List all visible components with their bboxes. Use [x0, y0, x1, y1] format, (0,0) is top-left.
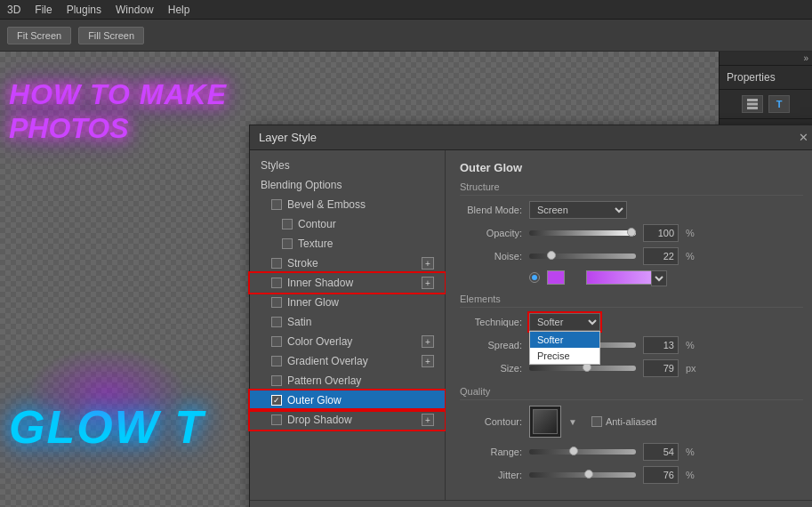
technique-option-softer[interactable]: Softer	[530, 332, 599, 348]
jitter-input[interactable]	[643, 466, 679, 484]
anti-aliased-label: Anti-aliased	[606, 416, 656, 427]
outer-glow-checkbox[interactable]: ✓	[271, 395, 282, 406]
dialog-footer: Make Default Reset to Default	[250, 500, 812, 507]
gradient-overlay-add-button[interactable]: +	[422, 355, 434, 367]
anti-aliased-row: Anti-aliased	[591, 416, 656, 427]
gradient-options-select[interactable]: ▼	[651, 270, 667, 286]
contour-row: Contour: ▼ Anti-aliased	[460, 406, 803, 438]
stroke-label: Stroke	[287, 257, 318, 270]
contour-preview[interactable]	[529, 406, 561, 438]
contour-checkbox[interactable]	[282, 219, 293, 229]
stroke-add-button[interactable]: +	[422, 257, 434, 270]
drop-shadow-label: Drop Shadow	[287, 414, 352, 426]
range-slider[interactable]	[529, 449, 636, 455]
size-input[interactable]	[643, 359, 679, 377]
inner-glow-item[interactable]: Inner Glow	[250, 293, 445, 312]
spread-input[interactable]	[643, 336, 679, 354]
range-input[interactable]	[643, 443, 679, 461]
opacity-label: Opacity:	[460, 228, 522, 238]
inner-shadow-checkbox[interactable]	[271, 278, 282, 288]
inner-shadow-add-button[interactable]: +	[422, 277, 434, 289]
inner-glow-checkbox[interactable]	[271, 297, 282, 308]
satin-label: Satin	[287, 316, 311, 328]
dialog-titlebar: Layer Style ✕	[250, 125, 812, 150]
drop-shadow-checkbox[interactable]	[271, 414, 282, 425]
satin-checkbox[interactable]	[271, 317, 282, 327]
anti-aliased-checkbox[interactable]	[591, 416, 602, 427]
technique-option-precise[interactable]: Precise	[530, 348, 599, 364]
jitter-unit: %	[686, 470, 700, 480]
range-slider-thumb[interactable]	[569, 447, 578, 455]
opacity-input[interactable]	[643, 224, 679, 242]
range-row: Range: %	[460, 443, 803, 461]
range-unit: %	[686, 447, 700, 457]
quality-label: Quality	[460, 386, 803, 400]
color-overlay-checkbox[interactable]	[271, 336, 282, 347]
bevel-emboss-checkbox[interactable]	[271, 199, 282, 210]
jitter-label: Jitter:	[460, 470, 522, 480]
opacity-slider[interactable]	[529, 230, 636, 236]
texture-item[interactable]: Texture	[250, 234, 445, 254]
jitter-slider[interactable]	[529, 472, 636, 478]
opacity-row: Opacity: %	[460, 224, 803, 242]
texture-checkbox[interactable]	[282, 238, 293, 249]
inner-shadow-label: Inner Shadow	[287, 277, 353, 289]
size-slider[interactable]	[529, 366, 636, 371]
dialog-close-icon[interactable]: ✕	[799, 131, 808, 144]
dialog-title: Layer Style	[259, 131, 317, 144]
contour-inner	[533, 409, 558, 434]
blend-mode-label: Blend Mode:	[460, 205, 522, 215]
contour-label: Contour	[298, 218, 336, 230]
jitter-row: Jitter: %	[460, 466, 803, 484]
bevel-emboss-item[interactable]: Bevel & Emboss	[250, 195, 445, 214]
quality-section: Quality Contour: ▼ Anti-aliased	[460, 386, 803, 484]
drop-shadow-add-button[interactable]: +	[422, 414, 434, 426]
color-overlay-label: Color Overlay	[287, 335, 352, 348]
inner-shadow-item[interactable]: Inner Shadow +	[250, 273, 445, 293]
bevel-emboss-label: Bevel & Emboss	[287, 198, 366, 211]
noise-input[interactable]	[643, 247, 679, 265]
color-radio[interactable]	[529, 272, 540, 283]
dialog-overlay: Layer Style ✕ Styles Blending Options Be…	[0, 0, 812, 507]
opacity-unit: %	[686, 228, 700, 238]
gradient-overlay-checkbox[interactable]	[271, 356, 282, 366]
styles-item[interactable]: Styles	[250, 156, 445, 175]
texture-label: Texture	[298, 237, 333, 250]
size-unit: px	[686, 363, 700, 374]
color-overlay-add-button[interactable]: +	[422, 335, 434, 348]
jitter-slider-thumb[interactable]	[584, 470, 593, 479]
technique-label: Technique:	[460, 317, 522, 327]
gradient-overlay-item[interactable]: Gradient Overlay +	[250, 351, 445, 371]
blending-options-item[interactable]: Blending Options	[250, 175, 445, 195]
glow-gradient-swatch[interactable]: ▼	[586, 270, 666, 285]
stroke-item[interactable]: Stroke +	[250, 254, 445, 273]
noise-slider[interactable]	[529, 254, 636, 259]
stroke-checkbox[interactable]	[271, 258, 282, 269]
pattern-overlay-item[interactable]: Pattern Overlay	[250, 371, 445, 390]
opacity-slider-thumb[interactable]	[627, 228, 636, 237]
size-label: Size:	[460, 363, 522, 374]
drop-shadow-item[interactable]: Drop Shadow +	[250, 410, 445, 430]
noise-slider-thumb[interactable]	[547, 251, 556, 260]
technique-row: Technique: Softer Precise Softer Precise	[460, 313, 803, 331]
range-label: Range:	[460, 447, 522, 457]
noise-unit: %	[686, 251, 700, 262]
spread-row: Spread: %	[460, 336, 803, 354]
noise-row: Noise: %	[460, 247, 803, 265]
pattern-overlay-checkbox[interactable]	[271, 375, 282, 386]
pattern-overlay-label: Pattern Overlay	[287, 374, 361, 387]
blend-mode-row: Blend Mode: Screen	[460, 201, 803, 219]
structure-label: Structure	[460, 181, 803, 196]
glow-color-swatch[interactable]	[547, 270, 565, 285]
dialog-left-panel: Styles Blending Options Bevel & Emboss C…	[250, 150, 446, 500]
inner-glow-label: Inner Glow	[287, 296, 339, 309]
contour-item[interactable]: Contour	[250, 214, 445, 234]
contour-arrow[interactable]: ▼	[568, 417, 577, 427]
blend-mode-select[interactable]: Screen	[529, 201, 627, 219]
outer-glow-item[interactable]: ✓ Outer Glow	[250, 390, 445, 410]
layer-style-dialog: Layer Style ✕ Styles Blending Options Be…	[249, 125, 812, 507]
technique-select[interactable]: Softer Precise	[529, 313, 600, 331]
color-overlay-item[interactable]: Color Overlay +	[250, 332, 445, 351]
dialog-right-panel: Outer Glow Structure Blend Mode: Screen …	[446, 150, 812, 500]
satin-item[interactable]: Satin	[250, 312, 445, 332]
